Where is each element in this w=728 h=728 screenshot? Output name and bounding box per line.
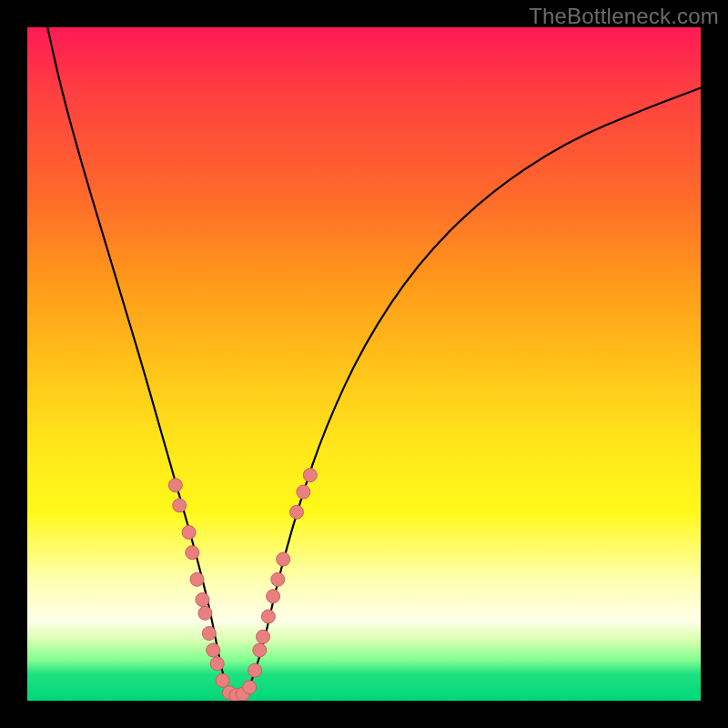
data-marker [182, 526, 196, 540]
plot-area [27, 27, 701, 701]
data-marker [303, 469, 317, 482]
data-marker [196, 593, 209, 607]
data-marker [168, 479, 182, 492]
data-marker [198, 606, 212, 620]
data-marker [202, 627, 216, 641]
chart-frame: TheBottleneck.com [0, 0, 728, 728]
data-marker [267, 590, 280, 603]
data-marker [261, 610, 275, 623]
data-marker [186, 546, 199, 560]
bottleneck-curve-path [47, 27, 701, 701]
data-marker [207, 643, 220, 657]
data-marker [290, 505, 304, 519]
data-marker [253, 643, 267, 657]
data-marker [210, 657, 224, 671]
watermark-text: TheBottleneck.com [529, 4, 719, 29]
data-marker [173, 499, 187, 512]
data-marker [271, 572, 285, 586]
data-marker [243, 681, 257, 694]
data-markers-group [168, 469, 317, 701]
data-marker [190, 572, 204, 586]
data-marker [257, 630, 270, 643]
bottleneck-curve-svg [27, 27, 701, 701]
data-marker [277, 552, 290, 566]
data-marker [248, 663, 262, 677]
data-marker [216, 673, 229, 687]
data-marker [297, 485, 310, 499]
